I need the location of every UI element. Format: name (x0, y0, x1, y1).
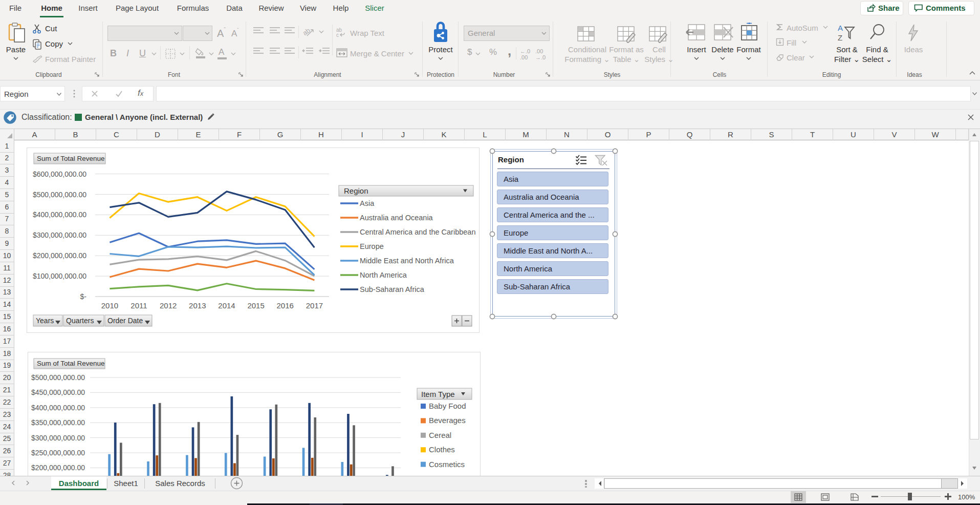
svg-text:A: A (838, 24, 843, 32)
svg-text:$400,000,000.00: $400,000,000.00 (31, 404, 85, 412)
svg-text:Z: Z (838, 33, 842, 42)
svg-text:Asia: Asia (360, 199, 375, 207)
svg-text:Order Date: Order Date (107, 317, 143, 325)
svg-text:Item Type: Item Type (421, 390, 455, 398)
svg-text:$500,000,000.00: $500,000,000.00 (33, 191, 86, 199)
svg-text:Clothes: Clothes (429, 445, 455, 454)
svg-text:2016: 2016 (277, 301, 294, 310)
svg-text:Years: Years (36, 317, 54, 325)
svg-text:$-: $- (80, 292, 87, 301)
svg-text:Sub-Saharan Africa: Sub-Saharan Africa (360, 285, 425, 293)
svg-text:$400,000,000.00: $400,000,000.00 (33, 211, 86, 219)
svg-text:Australia and Oceania: Australia and Oceania (360, 214, 433, 222)
svg-text:2017: 2017 (306, 301, 323, 310)
svg-text:Cereal: Cereal (429, 431, 451, 439)
svg-text:Region: Region (344, 186, 368, 195)
svg-text:Central America and the Caribb: Central America and the Caribbean (360, 228, 476, 236)
svg-text:$250,000,000.00: $250,000,000.00 (31, 449, 85, 457)
svg-text:$300,000,000.00: $300,000,000.00 (31, 434, 85, 442)
svg-text:Middle East and North Africa: Middle East and North Africa (360, 257, 454, 265)
svg-text:$300,000,000.00: $300,000,000.00 (33, 231, 86, 239)
svg-text:2015: 2015 (247, 301, 264, 310)
svg-text:$100,000,000.00: $100,000,000.00 (33, 272, 86, 280)
svg-text:North America: North America (360, 271, 407, 279)
svg-text:2012: 2012 (160, 301, 177, 310)
svg-text:$450,000,000.00: $450,000,000.00 (31, 388, 85, 396)
svg-text:$200,000,000.00: $200,000,000.00 (33, 251, 86, 260)
svg-text:Quarters: Quarters (66, 317, 94, 325)
svg-text:Sum of Total Revenue: Sum of Total Revenue (37, 155, 105, 162)
svg-text:Beverages: Beverages (429, 416, 466, 425)
svg-text:2013: 2013 (189, 301, 206, 310)
svg-text:$350,000,000.00: $350,000,000.00 (31, 418, 85, 427)
svg-text:$200,000,000.00: $200,000,000.00 (31, 464, 85, 472)
svg-text:c: c (336, 32, 339, 37)
svg-text:Cosmetics: Cosmetics (429, 460, 465, 469)
svg-text:$600,000,000.00: $600,000,000.00 (33, 170, 86, 178)
svg-text:2011: 2011 (130, 301, 147, 310)
svg-text:2010: 2010 (101, 301, 118, 310)
svg-text:Europe: Europe (360, 242, 384, 250)
svg-text:2014: 2014 (218, 301, 235, 310)
svg-text:Baby Food: Baby Food (429, 402, 466, 410)
svg-text:Sum of Total Revenue: Sum of Total Revenue (37, 360, 105, 367)
svg-text:$500,000,000.00: $500,000,000.00 (31, 373, 85, 382)
